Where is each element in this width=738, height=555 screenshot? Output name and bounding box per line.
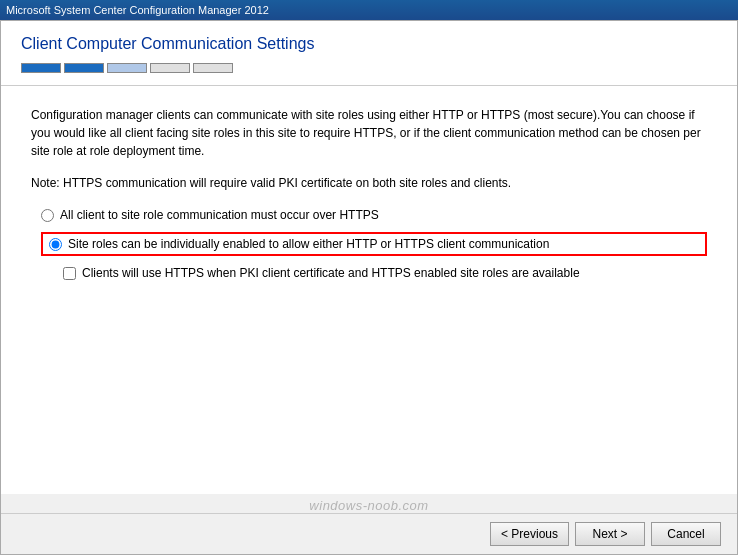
description-text: Configuration manager clients can commun…: [31, 106, 707, 160]
progress-segment-2: [64, 63, 104, 73]
checkbox-option[interactable]: Clients will use HTTPS when PKI client c…: [63, 266, 707, 280]
checkbox-label: Clients will use HTTPS when PKI client c…: [82, 266, 580, 280]
progress-bar: [21, 61, 717, 75]
progress-segment-3: [107, 63, 147, 73]
watermark: windows-noob.com: [1, 494, 737, 513]
radio-input-1[interactable]: [41, 209, 54, 222]
dialog-body: Configuration manager clients can commun…: [1, 86, 737, 494]
watermark-text: windows-noob.com: [309, 498, 428, 513]
dialog-header: Client Computer Communication Settings: [1, 21, 737, 86]
progress-segment-4: [150, 63, 190, 73]
dialog-footer: < Previous Next > Cancel: [1, 513, 737, 554]
cancel-button[interactable]: Cancel: [651, 522, 721, 546]
progress-segment-1: [21, 63, 61, 73]
radio-option-2-box[interactable]: Site roles can be individually enabled t…: [41, 232, 707, 256]
note-text: Note: HTTPS communication will require v…: [31, 174, 707, 192]
radio-option-1[interactable]: All client to site role communication mu…: [41, 208, 707, 222]
progress-segment-5: [193, 63, 233, 73]
next-button[interactable]: Next >: [575, 522, 645, 546]
previous-button[interactable]: < Previous: [490, 522, 569, 546]
radio-input-2[interactable]: [49, 238, 62, 251]
dialog-heading: Client Computer Communication Settings: [21, 35, 717, 53]
checkbox-input[interactable]: [63, 267, 76, 280]
title-bar: Microsoft System Center Configuration Ma…: [0, 0, 738, 20]
title-bar-text: Microsoft System Center Configuration Ma…: [6, 4, 269, 16]
dialog-window: Client Computer Communication Settings C…: [0, 20, 738, 555]
radio-group: All client to site role communication mu…: [41, 208, 707, 280]
radio-label-1: All client to site role communication mu…: [60, 208, 379, 222]
radio-label-2: Site roles can be individually enabled t…: [68, 237, 549, 251]
